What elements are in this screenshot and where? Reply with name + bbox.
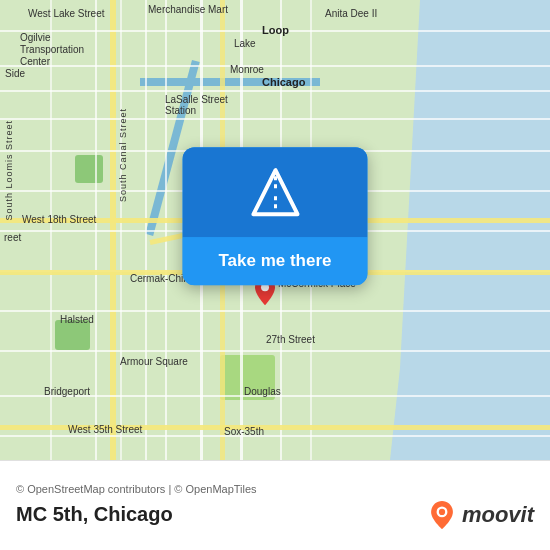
road-h-4 [0,118,550,120]
attribution: © OpenStreetMap contributors | © OpenMap… [16,483,534,495]
location-name: MC 5th, Chicago [16,503,173,526]
park-1 [55,320,90,350]
road-h-9 [0,310,550,312]
park-2 [220,355,275,400]
bottom-bar: © OpenStreetMap contributors | © OpenMap… [0,460,550,550]
road-h-10 [0,350,550,352]
location-row: MC 5th, Chicago moovit [16,501,534,529]
popup-card: Take me there [183,147,368,285]
road-directions-icon [245,162,305,222]
take-me-there-button[interactable]: Take me there [183,237,368,285]
svg-point-4 [439,508,445,514]
road-h-3 [0,90,550,92]
road-h-11 [0,395,550,397]
moovit-logo: moovit [428,501,534,529]
park-3 [75,155,103,183]
road-h-1 [0,30,550,32]
moovit-pin-icon [428,501,456,529]
road-h-2 [0,65,550,67]
chicago-river-branch [140,78,320,86]
road-major-h-3 [0,425,550,430]
map-container: West Lake Street Merchandise Mart Anita … [0,0,550,460]
moovit-brand-text: moovit [462,502,534,528]
road-h-12 [0,435,550,437]
popup-icon-area [183,147,368,237]
